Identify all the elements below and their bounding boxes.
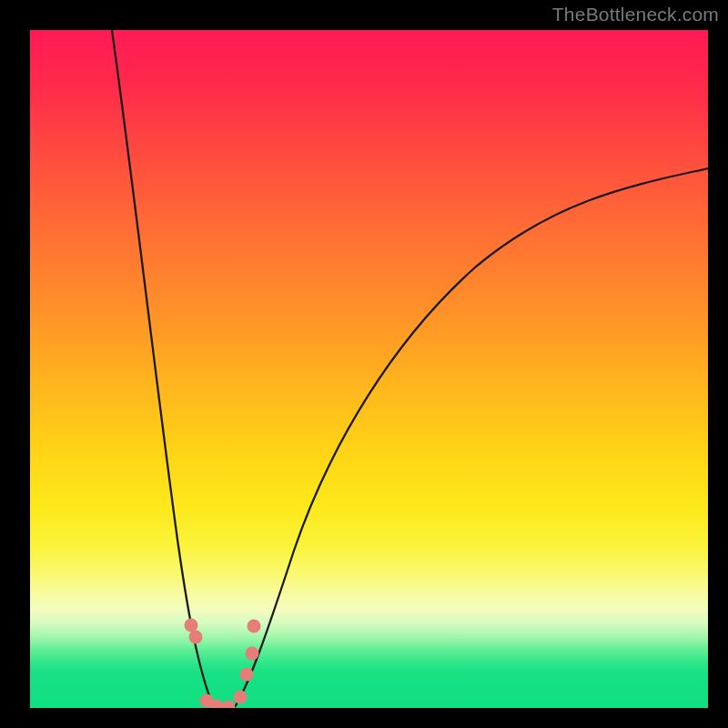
marker-dot <box>246 647 259 661</box>
marker-dot <box>234 691 248 704</box>
marker-dot <box>222 701 236 709</box>
curve-right-branch <box>235 168 708 707</box>
curve-left-branch <box>112 30 217 706</box>
watermark-text: TheBottleneck.com <box>552 4 719 25</box>
marker-dot <box>185 619 198 632</box>
marker-dot <box>240 668 254 682</box>
marker-dot <box>189 631 203 644</box>
marker-group <box>185 619 261 709</box>
chart-frame: TheBottleneck.com <box>0 0 728 728</box>
plot-area <box>30 30 708 708</box>
marker-dot <box>248 620 261 633</box>
bottleneck-curve <box>30 30 708 708</box>
